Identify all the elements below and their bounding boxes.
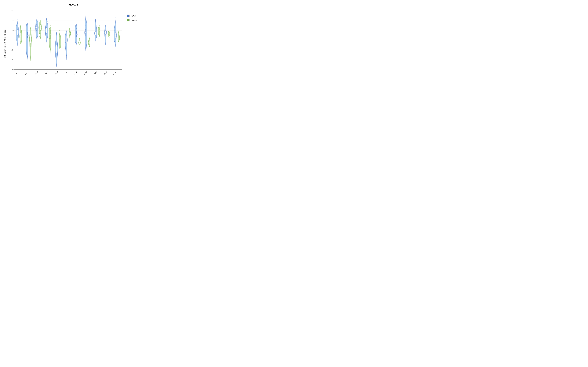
svg-point-154 <box>69 30 69 30</box>
svg-point-228 <box>109 37 110 38</box>
svg-point-202 <box>95 29 96 29</box>
legend-box-normal <box>127 19 130 21</box>
svg-point-255 <box>119 31 119 32</box>
svg-point-83 <box>37 25 38 25</box>
svg-point-205 <box>96 19 96 19</box>
svg-point-239 <box>115 43 115 43</box>
svg-point-183 <box>86 25 86 25</box>
svg-point-151 <box>69 34 69 34</box>
svg-point-65 <box>27 18 27 18</box>
svg-point-129 <box>60 48 60 48</box>
svg-text:13: 13 <box>11 20 13 22</box>
svg-point-251 <box>118 37 119 38</box>
svg-point-164 <box>76 25 77 25</box>
svg-point-55 <box>20 25 21 26</box>
y-axis-label: mRNA Expression (RNASeq V2, log2) <box>3 8 7 79</box>
svg-point-148 <box>69 38 69 39</box>
svg-point-68 <box>30 61 30 61</box>
svg-point-60 <box>27 54 27 54</box>
svg-point-249 <box>119 41 119 41</box>
legend-label-tumor: Tumor <box>131 15 136 17</box>
legend-label-normal: Normal <box>131 19 137 21</box>
svg-point-91 <box>41 31 41 31</box>
svg-point-139 <box>66 55 67 56</box>
svg-point-99 <box>46 40 46 41</box>
chart-title: HDAC1 <box>3 2 144 6</box>
svg-point-130 <box>60 45 60 45</box>
svg-point-165 <box>76 21 76 21</box>
svg-point-64 <box>26 25 27 25</box>
svg-point-102 <box>46 29 46 29</box>
svg-point-101 <box>47 33 48 33</box>
svg-point-132 <box>60 39 61 40</box>
svg-point-49 <box>20 42 20 42</box>
svg-point-158 <box>76 48 76 48</box>
svg-point-145 <box>66 29 66 30</box>
svg-point-211 <box>99 33 100 33</box>
svg-point-160 <box>76 40 76 41</box>
svg-point-224 <box>105 28 105 28</box>
svg-point-40 <box>17 38 17 39</box>
svg-point-125 <box>57 32 57 33</box>
svg-point-143 <box>66 38 66 38</box>
svg-point-111 <box>51 43 51 43</box>
svg-point-180 <box>86 44 87 44</box>
svg-point-39 <box>17 42 17 42</box>
svg-point-223 <box>105 31 105 31</box>
svg-point-240 <box>115 39 115 39</box>
svg-point-184 <box>86 19 86 19</box>
plot-wrapper: 891011121314BLCABRCACOADHNSCKICHKIRCLUAD… <box>7 7 124 81</box>
svg-point-153 <box>70 31 70 32</box>
svg-point-98 <box>46 44 47 44</box>
svg-point-112 <box>49 38 50 39</box>
svg-point-142 <box>65 42 66 43</box>
svg-point-179 <box>85 50 86 51</box>
svg-point-43 <box>18 27 18 27</box>
svg-point-144 <box>66 34 66 34</box>
svg-point-115 <box>50 25 51 26</box>
svg-point-79 <box>37 39 37 39</box>
svg-point-188 <box>90 47 90 47</box>
svg-point-252 <box>118 36 119 36</box>
svg-point-212 <box>99 31 99 31</box>
svg-point-71 <box>31 46 31 47</box>
svg-point-135 <box>60 30 60 31</box>
svg-point-173 <box>79 40 79 41</box>
svg-point-150 <box>69 35 69 36</box>
svg-point-155 <box>69 28 69 29</box>
svg-point-182 <box>86 32 86 32</box>
svg-point-231 <box>108 34 109 35</box>
svg-point-131 <box>60 42 61 42</box>
svg-point-72 <box>31 42 31 42</box>
svg-point-108 <box>50 56 50 56</box>
svg-point-189 <box>89 45 89 46</box>
svg-point-175 <box>80 38 80 39</box>
svg-point-109 <box>51 51 51 52</box>
svg-point-118 <box>56 67 56 67</box>
legend-item-normal: Normal <box>127 19 144 21</box>
svg-rect-106 <box>50 30 51 39</box>
svg-point-174 <box>80 39 80 40</box>
svg-point-124 <box>57 37 57 38</box>
svg-point-100 <box>47 36 48 37</box>
svg-point-243 <box>116 26 116 26</box>
svg-point-110 <box>50 47 50 48</box>
svg-point-242 <box>114 30 115 30</box>
svg-point-191 <box>89 43 90 43</box>
svg-point-232 <box>109 33 109 34</box>
svg-point-88 <box>41 39 41 40</box>
svg-point-149 <box>69 37 69 37</box>
svg-point-241 <box>115 34 115 35</box>
svg-point-199 <box>96 39 96 39</box>
svg-point-234 <box>109 31 109 32</box>
svg-point-50 <box>20 39 20 40</box>
svg-point-218 <box>106 45 106 45</box>
svg-point-172 <box>79 41 79 42</box>
svg-point-208 <box>98 38 99 39</box>
svg-point-162 <box>76 32 77 33</box>
svg-point-120 <box>56 57 56 57</box>
svg-point-93 <box>40 25 40 25</box>
svg-point-193 <box>89 40 90 40</box>
svg-point-42 <box>16 31 17 31</box>
svg-point-92 <box>40 28 41 28</box>
